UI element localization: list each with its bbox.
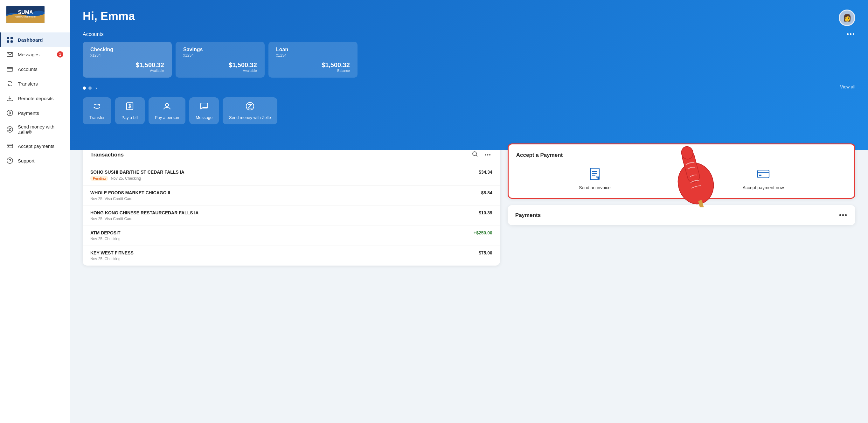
transaction-date: Nov 25, Visa Credit Card bbox=[90, 197, 133, 201]
svg-text:FEDERAL CREDIT UNION: FEDERAL CREDIT UNION bbox=[14, 16, 36, 18]
message-action-button[interactable]: Message bbox=[189, 97, 219, 124]
transactions-actions: ••• bbox=[471, 150, 492, 160]
table-row[interactable]: SOHO SUSHI BAR/THE ST CEDAR FALLS IA Pen… bbox=[83, 165, 500, 186]
account-number: x1234 bbox=[90, 53, 164, 58]
transactions-menu-button[interactable]: ••• bbox=[484, 151, 492, 159]
sidebar-item-accounts[interactable]: Accounts bbox=[0, 62, 70, 76]
svg-rect-12 bbox=[7, 144, 13, 148]
invoice-icon bbox=[587, 166, 603, 182]
sidebar-item-label: Remote deposits bbox=[18, 96, 54, 101]
pay-bill-action-label: Pay a bill bbox=[122, 115, 138, 120]
main-content: Hi, Emma 👩 Accounts ••• Checking x1234 $… bbox=[70, 0, 868, 423]
account-balance: $1,500.32 bbox=[276, 61, 350, 69]
sidebar-item-zelle[interactable]: Send money with Zelle® bbox=[0, 120, 70, 139]
sidebar-item-label: Payments bbox=[18, 110, 39, 116]
accounts-header: Accounts ••• bbox=[83, 31, 855, 38]
svg-point-20 bbox=[473, 152, 476, 155]
account-name: Checking bbox=[90, 47, 164, 53]
transaction-name: HONG KONG CHINESE RESTAURCEDAR FALLS IA bbox=[90, 210, 198, 215]
logo-image: SUMA FEDERAL CREDIT UNION bbox=[6, 6, 44, 23]
table-row[interactable]: ATM DEPOSIT Nov 25, Checking +$250.00 bbox=[83, 226, 500, 246]
payments-card-title: Payments bbox=[515, 212, 541, 218]
carousel-next-arrow[interactable]: › bbox=[95, 85, 97, 91]
account-number: x1234 bbox=[183, 53, 257, 58]
mail-icon bbox=[6, 51, 13, 58]
sidebar-item-remote-deposits[interactable]: Remote deposits bbox=[0, 91, 70, 105]
transaction-amount: $8.84 bbox=[481, 190, 492, 195]
sidebar-logo: SUMA FEDERAL CREDIT UNION bbox=[0, 0, 70, 29]
accounts-menu-button[interactable]: ••• bbox=[847, 31, 855, 38]
payments-menu-button[interactable]: ••• bbox=[839, 212, 848, 219]
accept-now-option[interactable]: Accept payment now bbox=[743, 166, 784, 190]
transaction-amount: $75.00 bbox=[479, 250, 492, 255]
svg-rect-22 bbox=[757, 170, 769, 178]
transaction-date: Nov 25, Checking bbox=[90, 256, 121, 261]
sidebar-item-support[interactable]: Support bbox=[0, 153, 70, 168]
message-action-label: Message bbox=[196, 115, 213, 120]
account-card-savings[interactable]: Savings x1234 $1,500.32 Available bbox=[176, 42, 265, 78]
sidebar-item-label: Accounts bbox=[18, 66, 37, 72]
transaction-name: WHOLE FOODS MARKET CHICAGO IL bbox=[90, 190, 172, 195]
table-row[interactable]: HONG KONG CHINESE RESTAURCEDAR FALLS IA … bbox=[83, 206, 500, 226]
sidebar-item-messages[interactable]: Messages 1 bbox=[0, 47, 70, 62]
right-column: Accept a Payment Send an invoice bbox=[508, 144, 855, 266]
transaction-date: Nov 25, Checking bbox=[90, 237, 121, 241]
payment-options: Send an invoice Accept payment now bbox=[516, 166, 847, 190]
svg-point-17 bbox=[165, 103, 168, 107]
accounts-section-title: Accounts bbox=[83, 31, 104, 37]
sidebar-item-label: Support bbox=[18, 158, 35, 163]
zelle-action-button[interactable]: Send money with Zelle bbox=[223, 97, 277, 124]
sidebar-item-dashboard[interactable]: Dashboard bbox=[0, 32, 70, 47]
pay-person-action-button[interactable]: Pay a person bbox=[149, 97, 186, 124]
dot-2[interactable] bbox=[88, 87, 92, 90]
quick-actions-container: Transfer Pay a bill Pay bbox=[83, 97, 855, 124]
svg-rect-9 bbox=[8, 70, 9, 70]
pay-bill-action-button[interactable]: Pay a bill bbox=[115, 97, 145, 124]
accept-payment-icon bbox=[755, 166, 771, 182]
pay-person-icon bbox=[162, 102, 172, 113]
greeting-text: Hi, Emma bbox=[83, 9, 135, 23]
svg-rect-6 bbox=[10, 40, 13, 42]
send-invoice-option[interactable]: Send an invoice bbox=[579, 166, 611, 190]
table-row[interactable]: WHOLE FOODS MARKET CHICAGO IL Nov 25, Vi… bbox=[83, 186, 500, 206]
zelle-icon bbox=[6, 126, 13, 133]
carousel-dots: › bbox=[83, 85, 97, 91]
sidebar-item-label: Send money with Zelle® bbox=[18, 124, 63, 135]
lower-content: Transactions ••• SOHO SUSHI BAR/THE ST C… bbox=[70, 137, 868, 278]
sidebar-item-transfers[interactable]: Transfers bbox=[0, 76, 70, 91]
table-row[interactable]: KEY WEST FITNESS Nov 25, Checking $75.00 bbox=[83, 246, 500, 266]
dot-1[interactable] bbox=[83, 87, 86, 90]
avatar[interactable]: 👩 bbox=[839, 9, 855, 26]
transaction-name: KEY WEST FITNESS bbox=[90, 250, 133, 255]
accept-now-label: Accept payment now bbox=[743, 185, 784, 190]
accept-payment-title: Accept a Payment bbox=[516, 152, 847, 158]
transfer-action-button[interactable]: Transfer bbox=[83, 97, 111, 124]
help-circle-icon bbox=[6, 157, 13, 164]
account-balance-label: Balance bbox=[276, 69, 350, 72]
svg-rect-3 bbox=[7, 37, 9, 39]
svg-point-15 bbox=[9, 161, 10, 162]
transaction-amount: +$250.00 bbox=[474, 230, 492, 235]
account-card-loan[interactable]: Loan x1234 $1,500.32 Balance bbox=[269, 42, 358, 78]
dashboard-banner: Hi, Emma 👩 Accounts ••• Checking x1234 $… bbox=[70, 0, 868, 150]
sidebar: SUMA FEDERAL CREDIT UNION Dashboard bbox=[0, 0, 70, 423]
account-number: x1234 bbox=[276, 53, 350, 58]
view-all-link[interactable]: View all bbox=[840, 84, 855, 89]
svg-rect-23 bbox=[759, 175, 762, 176]
transfer-action-label: Transfer bbox=[89, 115, 105, 120]
account-name: Loan bbox=[276, 47, 350, 53]
zelle-action-icon bbox=[246, 102, 254, 113]
transaction-name: SOHO SUSHI BAR/THE ST CEDAR FALLS IA bbox=[90, 170, 184, 175]
accept-payment-card: Accept a Payment Send an invoice bbox=[508, 144, 855, 199]
account-card-checking[interactable]: Checking x1234 $1,500.32 Available bbox=[83, 42, 172, 78]
sidebar-item-payments[interactable]: Payments bbox=[0, 105, 70, 120]
transactions-search-button[interactable] bbox=[471, 150, 479, 160]
svg-text:SUMA: SUMA bbox=[18, 9, 33, 15]
payments-card: Payments ••• bbox=[508, 205, 855, 225]
sidebar-item-accept-payments[interactable]: Accept payments bbox=[0, 139, 70, 153]
sidebar-navigation: Dashboard Messages 1 Accounts bbox=[0, 29, 70, 423]
payments-card-header: Payments ••• bbox=[515, 212, 848, 219]
transaction-amount: $10.39 bbox=[479, 210, 492, 215]
svg-rect-13 bbox=[8, 146, 9, 147]
pay-person-action-label: Pay a person bbox=[155, 115, 179, 120]
